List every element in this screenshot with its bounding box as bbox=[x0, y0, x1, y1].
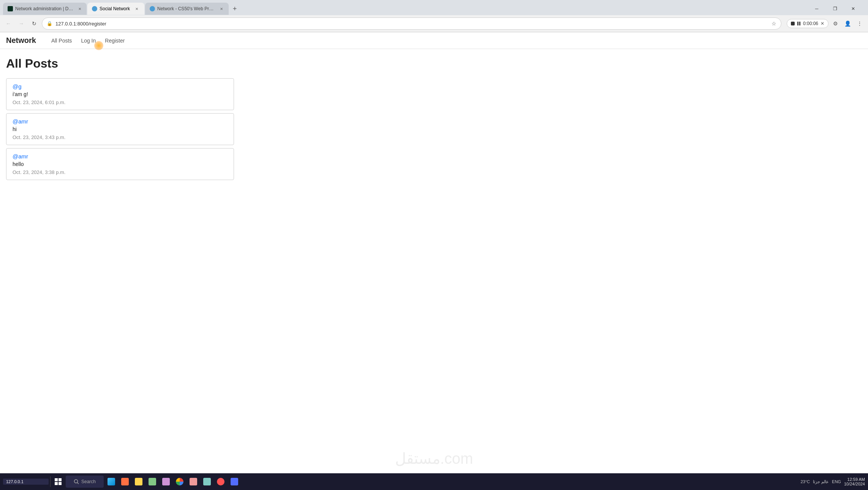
page-content: Network All Posts Log In Register All Po… bbox=[0, 32, 868, 191]
minimize-button[interactable]: ─ bbox=[808, 3, 825, 15]
tab-label-2: Social Network bbox=[100, 6, 130, 11]
close-button[interactable]: ✕ bbox=[844, 3, 862, 15]
recording-pause-icon[interactable] bbox=[797, 22, 801, 25]
profile-icon[interactable]: 👤 bbox=[842, 18, 853, 29]
browser-chrome: Network administration | Django s… ✕ Soc… bbox=[0, 0, 868, 32]
tab-label-3: Network - CS50's Web Progra… bbox=[157, 6, 215, 11]
browser-tab-2[interactable]: Social Network ✕ bbox=[87, 3, 144, 15]
nav-register[interactable]: Register bbox=[105, 38, 125, 44]
post-content-3: hello bbox=[13, 161, 228, 167]
recording-close-icon[interactable]: ✕ bbox=[821, 21, 824, 26]
tab-close-1[interactable]: ✕ bbox=[77, 6, 82, 12]
address-bar[interactable]: 🔒 127.0.0.1:8000/register ☆ bbox=[42, 17, 781, 30]
post-author-2: @amr bbox=[13, 118, 228, 125]
menu-icon[interactable]: ⋮ bbox=[854, 18, 865, 29]
page-main: All Posts @g i'am g! Oct. 23, 2024, 6:01… bbox=[0, 49, 868, 191]
window-controls: ─ ❐ ✕ bbox=[808, 3, 865, 15]
toolbar-actions: 0:00:06 ✕ ⚙ 👤 ⋮ bbox=[784, 18, 865, 29]
post-card-3: @amr hello Oct. 23, 2024, 3:38 p.m. bbox=[6, 148, 234, 180]
post-author-3: @amr bbox=[13, 153, 228, 160]
post-content-2: hi bbox=[13, 126, 228, 132]
security-icon: 🔒 bbox=[47, 21, 52, 26]
post-card-1: @g i'am g! Oct. 23, 2024, 6:01 p.m. bbox=[6, 78, 234, 110]
recording-stop-icon[interactable] bbox=[791, 22, 795, 25]
tab-close-3[interactable]: ✕ bbox=[219, 6, 224, 12]
address-bar-row: ← → ↻ 🔒 127.0.0.1:8000/register ☆ 0:00:0… bbox=[0, 15, 868, 32]
page-nav: Network All Posts Log In Register bbox=[0, 32, 868, 49]
tab-favicon-1 bbox=[8, 6, 13, 11]
tab-favicon-2 bbox=[92, 6, 97, 11]
browser-tab-1[interactable]: Network administration | Django s… ✕ bbox=[3, 3, 87, 15]
add-tab-button[interactable]: + bbox=[229, 3, 240, 14]
page-title: All Posts bbox=[6, 57, 862, 71]
back-button[interactable]: ← bbox=[3, 18, 14, 29]
reload-button[interactable]: ↻ bbox=[29, 18, 40, 29]
post-date-3: Oct. 23, 2024, 3:38 p.m. bbox=[13, 169, 228, 175]
nav-all-posts[interactable]: All Posts bbox=[51, 38, 72, 44]
bookmark-icon[interactable]: ☆ bbox=[772, 21, 776, 27]
post-author-1: @g bbox=[13, 83, 228, 90]
recording-time: 0:00:06 bbox=[803, 21, 818, 26]
nav-login[interactable]: Log In bbox=[81, 38, 96, 44]
tab-close-2[interactable]: ✕ bbox=[134, 6, 140, 12]
post-content-1: i'am g! bbox=[13, 91, 228, 97]
extensions-icon[interactable]: ⚙ bbox=[830, 18, 841, 29]
tab-favicon-3 bbox=[150, 6, 155, 11]
forward-button[interactable]: → bbox=[16, 18, 27, 29]
post-card-2: @amr hi Oct. 23, 2024, 3:43 p.m. bbox=[6, 113, 234, 145]
browser-tab-3[interactable]: Network - CS50's Web Progra… ✕ bbox=[145, 3, 229, 15]
tab-label-1: Network administration | Django s… bbox=[15, 6, 73, 11]
recording-indicator: 0:00:06 ✕ bbox=[787, 19, 828, 28]
post-date-2: Oct. 23, 2024, 3:43 p.m. bbox=[13, 134, 228, 140]
tab-bar: Network administration | Django s… ✕ Soc… bbox=[0, 0, 868, 15]
site-brand: Network bbox=[6, 36, 36, 45]
post-date-1: Oct. 23, 2024, 6:01 p.m. bbox=[13, 100, 228, 105]
restore-button[interactable]: ❐ bbox=[826, 3, 844, 15]
url-text: 127.0.0.1:8000/register bbox=[55, 21, 768, 27]
